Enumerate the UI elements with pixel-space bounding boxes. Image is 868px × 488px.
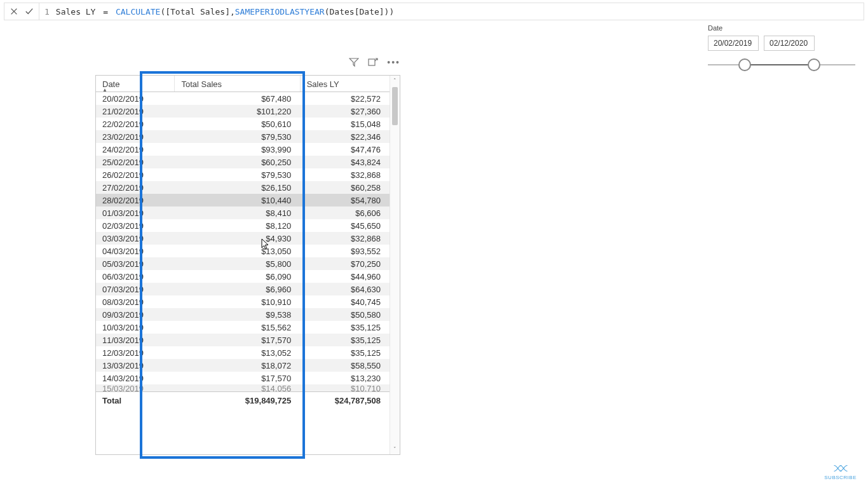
- cell-sales-ly: $35,125: [300, 334, 390, 346]
- cell-sales-ly: $32,868: [300, 232, 390, 245]
- cell-date: 13/03/2019: [96, 359, 175, 372]
- cell-sales-ly: $15,048: [300, 118, 390, 130]
- table-row[interactable]: 03/03/2019$4,930$32,868: [96, 232, 390, 245]
- cell-date: 01/03/2019: [96, 207, 175, 219]
- table-row[interactable]: 27/02/2019$26,150$60,258: [96, 181, 390, 194]
- scrollbar-thumb[interactable]: [392, 87, 398, 125]
- table-row[interactable]: 14/03/2019$17,570$13,230: [96, 372, 390, 384]
- formula-line-number: 1: [44, 7, 50, 17]
- cell-total-sales: $10,910: [175, 295, 300, 308]
- cell-date: 24/02/2019: [96, 143, 175, 156]
- formula-input[interactable]: 1 Sales LY = CALCULATE ( [Total Sales] ,…: [39, 3, 864, 20]
- col-header-total-sales[interactable]: Total Sales: [175, 76, 300, 92]
- scroll-up-arrow[interactable]: ˄: [390, 76, 400, 86]
- svg-rect-0: [369, 59, 375, 65]
- cell-sales-ly: $6,606: [300, 207, 390, 219]
- cell-sales-ly: $22,346: [300, 130, 390, 143]
- cell-total-sales: $17,570: [175, 334, 300, 346]
- formula-bar: 1 Sales LY = CALCULATE ( [Total Sales] ,…: [4, 3, 864, 20]
- table-row[interactable]: 23/02/2019$79,530$22,346: [96, 130, 390, 143]
- table-row[interactable]: 07/03/2019$6,960$64,630: [96, 283, 390, 295]
- slider-track-fill: [745, 64, 814, 65]
- table-row[interactable]: 05/03/2019$5,800$70,250: [96, 257, 390, 270]
- dna-icon: [833, 463, 848, 473]
- cell-total-sales: $26,150: [175, 181, 300, 194]
- cell-date: 11/03/2019: [96, 334, 175, 346]
- table-row[interactable]: 11/03/2019$17,570$35,125: [96, 334, 390, 346]
- slider-handle-from[interactable]: [738, 58, 751, 71]
- table-row[interactable]: 12/03/2019$13,052$35,125: [96, 346, 390, 359]
- cell-total-sales: $15,562: [175, 321, 300, 334]
- cell-sales-ly: $35,125: [300, 346, 390, 359]
- cell-sales-ly: $64,630: [300, 283, 390, 295]
- cell-total-sales: $8,410: [175, 207, 300, 219]
- cell-sales-ly: $45,650: [300, 219, 390, 232]
- table-row[interactable]: 24/02/2019$93,990$47,476: [96, 143, 390, 156]
- slicer-range-slider[interactable]: [708, 57, 855, 72]
- cell-date: 21/02/2019: [96, 105, 175, 118]
- cell-sales-ly: $93,552: [300, 245, 390, 257]
- cell-date: 10/03/2019: [96, 321, 175, 334]
- cell-total-sales: $79,530: [175, 168, 300, 181]
- slicer-title: Date: [705, 24, 858, 32]
- cell-sales-ly: $54,780: [300, 194, 390, 207]
- table-row[interactable]: 10/03/2019$15,562$35,125: [96, 321, 390, 334]
- cell-sales-ly: $58,550: [300, 359, 390, 372]
- table-row[interactable]: 13/03/2019$18,072$58,550: [96, 359, 390, 372]
- table-row[interactable]: 20/02/2019$67,480$22,572: [96, 92, 390, 105]
- cell-date: 14/03/2019: [96, 372, 175, 384]
- table-row[interactable]: 08/03/2019$10,910$40,745: [96, 295, 390, 308]
- cell-total-sales: $60,250: [175, 156, 300, 168]
- slider-handle-to[interactable]: [808, 58, 820, 71]
- table-row[interactable]: 02/03/2019$8,120$45,650: [96, 219, 390, 232]
- focus-mode-icon[interactable]: [368, 57, 378, 67]
- cell-total-sales: $67,480: [175, 92, 300, 105]
- scroll-down-arrow[interactable]: ˅: [390, 444, 400, 454]
- cell-sales-ly: $27,360: [300, 105, 390, 118]
- cell-sales-ly: $40,745: [300, 295, 390, 308]
- subscribe-badge[interactable]: SUBSCRIBE: [824, 463, 857, 480]
- slicer-to-date[interactable]: 02/12/2020: [764, 36, 815, 51]
- table-row[interactable]: 22/02/2019$50,610$15,048: [96, 118, 390, 130]
- filter-icon[interactable]: [349, 57, 359, 67]
- more-options-icon[interactable]: •••: [387, 57, 400, 67]
- cell-total-sales: $50,610: [175, 118, 300, 130]
- cell-total-sales: $93,990: [175, 143, 300, 156]
- table-row[interactable]: 01/03/2019$8,410$6,606: [96, 207, 390, 219]
- table-row[interactable]: 09/03/2019$9,538$50,580: [96, 308, 390, 321]
- cell-total-sales: $18,072: [175, 359, 300, 372]
- cell-sales-ly: $35,125: [300, 321, 390, 334]
- total-label: Total: [96, 391, 175, 409]
- cell-date: 20/02/2019: [96, 92, 175, 105]
- table-row[interactable]: 26/02/2019$79,530$32,868: [96, 168, 390, 181]
- cell-date: 05/03/2019: [96, 257, 175, 270]
- table-row[interactable]: 06/03/2019$6,090$44,960: [96, 270, 390, 283]
- table-row[interactable]: 25/02/2019$60,250$43,824: [96, 156, 390, 168]
- cell-sales-ly: $22,572: [300, 92, 390, 105]
- table-visual[interactable]: ••• Date ▲ Total Sales Sales LY 20/02/20…: [95, 75, 400, 455]
- table-row[interactable]: 04/03/2019$13,050$93,552: [96, 245, 390, 257]
- col-header-sales-ly[interactable]: Sales LY: [300, 76, 390, 92]
- cell-date: 09/03/2019: [96, 308, 175, 321]
- cell-date: 12/03/2019: [96, 346, 175, 359]
- vertical-scrollbar[interactable]: ˄ ˅: [390, 76, 400, 454]
- col-header-date[interactable]: Date ▲: [96, 76, 175, 92]
- cell-date: 03/03/2019: [96, 232, 175, 245]
- cell-total-sales: $101,220: [175, 105, 300, 118]
- date-slicer: Date 20/02/2019 02/12/2020: [705, 24, 858, 72]
- subscribe-label: SUBSCRIBE: [824, 475, 857, 480]
- cell-total-sales: $6,960: [175, 283, 300, 295]
- total-salesly-value: $24,787,508: [300, 391, 390, 409]
- slicer-from-date[interactable]: 20/02/2019: [708, 36, 759, 51]
- cell-total-sales: $6,090: [175, 270, 300, 283]
- cell-total-sales: $9,538: [175, 308, 300, 321]
- cell-total-sales: $13,050: [175, 245, 300, 257]
- cancel-formula-icon[interactable]: [10, 7, 18, 16]
- cell-date: 04/03/2019: [96, 245, 175, 257]
- table-row[interactable]: 21/02/2019$101,220$27,360: [96, 105, 390, 118]
- commit-formula-icon[interactable]: [25, 7, 34, 16]
- cell-total-sales: $8,120: [175, 219, 300, 232]
- cell-sales-ly: $43,824: [300, 156, 390, 168]
- table-row[interactable]: 28/02/2019$10,440$54,780: [96, 194, 390, 207]
- formula-actions: [4, 3, 39, 20]
